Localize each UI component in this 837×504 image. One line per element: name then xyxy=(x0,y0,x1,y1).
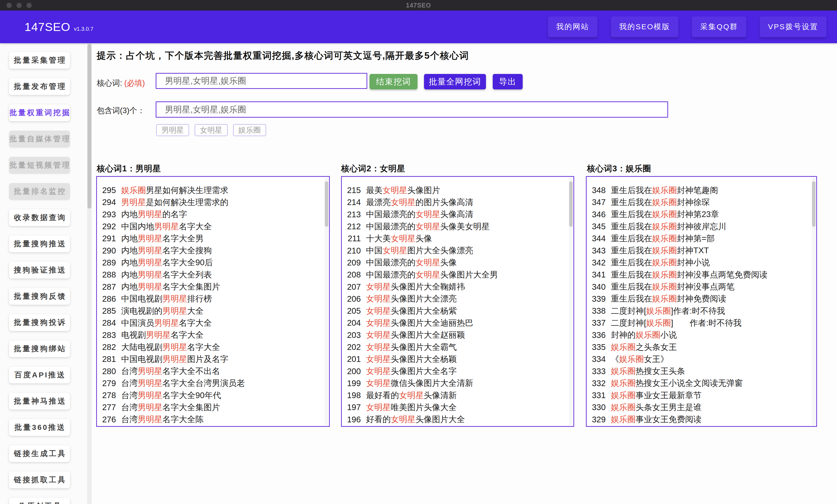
keyword-row[interactable]: 276台湾男明星名字大全陈 xyxy=(97,414,324,426)
header-nav-button[interactable]: VPS拨号设置 xyxy=(760,17,826,37)
window-minimize-icon[interactable] xyxy=(17,3,22,8)
list-scrollbar-thumb[interactable] xyxy=(812,181,816,227)
sidebar-scrollbar-thumb[interactable] xyxy=(87,44,91,209)
keyword-row[interactable]: 342重生后我在娱乐圈封神小说 xyxy=(587,257,811,269)
keyword-rank: 285 xyxy=(97,306,116,316)
keyword-row[interactable]: 292中国内地男明星名字大全 xyxy=(97,220,324,233)
keyword-row[interactable]: 337二度封神[娱乐圈] 作者:时不待我 xyxy=(587,317,811,329)
sidebar-item[interactable]: 批量发布管理 xyxy=(9,78,70,95)
keyword-row[interactable]: 293内地男明星的名字 xyxy=(97,209,324,220)
mine-all-web-button[interactable]: 批量全网挖词 xyxy=(424,74,486,89)
stop-mining-button[interactable]: 结束挖词 xyxy=(370,74,417,89)
sidebar-item[interactable]: 批量权重词挖掘 xyxy=(9,104,70,121)
keyword-row[interactable]: 287内地男明星名字大全集图片 xyxy=(97,281,324,293)
keyword-row[interactable]: 280台湾男明星名字大全不出名 xyxy=(97,365,324,377)
sidebar-item[interactable]: 批量搜狗绑站 xyxy=(9,340,70,357)
keyword-row[interactable]: 206女明星头像图片大全漂亮 xyxy=(342,293,568,305)
sidebar-item[interactable]: 伪原创工具 xyxy=(9,498,70,504)
sidebar-scrollbar[interactable] xyxy=(87,43,92,504)
keyword-row[interactable]: 331娱乐圈事业女王最新章节 xyxy=(587,389,811,401)
keyword-row[interactable]: 205女明星头像图片大全杨紫 xyxy=(342,305,568,317)
keyword-row[interactable]: 212中国最漂亮的女明星头像美女明星 xyxy=(342,220,568,233)
keyword-row[interactable]: 290内地男明星名字大全搜狗 xyxy=(97,245,324,256)
include-word-tag[interactable]: 男明星 xyxy=(156,124,189,136)
highlighted-core-word: 娱乐圈 xyxy=(611,378,636,388)
keyword-row[interactable]: 200女明星头像图片大全名字 xyxy=(342,365,568,377)
header-nav-button[interactable]: 采集QQ群 xyxy=(692,17,746,37)
sidebar-item[interactable]: 百度API推送 xyxy=(9,367,70,383)
keyword-row[interactable]: 281中国电视剧男明星图片及名字 xyxy=(97,353,324,365)
include-word-tag[interactable]: 女明星 xyxy=(195,124,228,136)
window-close-icon[interactable] xyxy=(6,3,12,8)
keyword-row[interactable]: 294男明星是如何解决生理需求的 xyxy=(97,196,324,208)
keyword-row[interactable]: 335娱乐圈之头条女王 xyxy=(587,341,811,353)
keyword-row[interactable]: 289内地男明星名字大全90后 xyxy=(97,257,324,269)
keyword-row[interactable]: 199女明星微信头像图片大全清新 xyxy=(342,377,568,389)
keyword-row[interactable]: 279台湾男明星名字大全台湾男演员老 xyxy=(97,377,324,389)
keyword-row[interactable]: 278台湾男明星名字大全90年代 xyxy=(97,389,324,401)
keyword-row[interactable]: 295娱乐圈男星如何解决生理需求 xyxy=(97,184,324,196)
keyword-row[interactable]: 282大陆电视剧男明星名字大全 xyxy=(97,341,324,353)
core-word-input[interactable] xyxy=(156,73,367,89)
keyword-row[interactable]: 343重生后我在娱乐圈封神TXT xyxy=(587,245,811,256)
keyword-row[interactable]: 341重生后我在娱乐圈封神没事点两笔免费阅读 xyxy=(587,269,811,281)
header-nav-button[interactable]: 我的网站 xyxy=(548,17,598,37)
keyword-row[interactable]: 345重生后我在娱乐圈封神彼岸忘川 xyxy=(587,220,811,233)
keyword-row[interactable]: 332娱乐圈热搜女王小说全文阅读无弹窗 xyxy=(587,377,811,389)
keyword-row[interactable]: 204女明星头像图片大全迪丽热巴 xyxy=(342,317,568,329)
keyword-row[interactable]: 203女明星头像图片大全赵丽颖 xyxy=(342,329,568,341)
keyword-row[interactable]: 213中国最漂亮的女明星头像高清 xyxy=(342,209,568,220)
sidebar-item[interactable]: 批量360推送 xyxy=(9,419,70,436)
sidebar-item[interactable]: 批量神马推送 xyxy=(9,393,70,410)
keyword-row[interactable]: 338二度封神[娱乐圈]作者:时不待我 xyxy=(587,305,811,317)
keyword-row[interactable]: 339重生后我在娱乐圈封神免费阅读 xyxy=(587,293,811,305)
keyword-row[interactable]: 198最好看的女明星头像清新 xyxy=(342,389,568,401)
keyword-row[interactable]: 211十大美女明星头像 xyxy=(342,233,568,245)
keyword-row[interactable]: 347重生后我在娱乐圈封神徐琛 xyxy=(587,196,811,208)
keyword-row[interactable]: 196好看的女明星头像图片大全 xyxy=(342,414,568,426)
keyword-row[interactable]: 285演电视剧的男明星大全 xyxy=(97,305,324,317)
sidebar-item[interactable]: 批量搜狗推送 xyxy=(9,235,70,252)
keyword-row[interactable]: 215最美女明星头像图片 xyxy=(342,184,568,196)
sidebar-item[interactable]: 链接生成工具 xyxy=(9,445,70,462)
keyword-row[interactable]: 201女明星头像图片大全杨颖 xyxy=(342,353,568,365)
keyword-row[interactable]: 207女明星头像图片大全鞠婧祎 xyxy=(342,281,568,293)
keyword-row[interactable]: 283电视剧男明星名字大全 xyxy=(97,329,324,341)
keyword-row[interactable]: 288内地男明星名字大全列表 xyxy=(97,269,324,281)
keyword-row[interactable]: 286中国电视剧男明星排行榜 xyxy=(97,293,324,305)
keyword-row[interactable]: 348重生后我在娱乐圈封神笔趣阁 xyxy=(587,184,811,196)
keyword-row[interactable]: 284中国演员男明星名字大全 xyxy=(97,317,324,329)
include-word-tag[interactable]: 娱乐圈 xyxy=(233,124,266,136)
sidebar-item[interactable]: 批量搜狗投诉 xyxy=(9,314,70,331)
keyword-rank: 339 xyxy=(587,294,606,304)
keyword-row[interactable]: 334《娱乐圈女王》 xyxy=(587,353,811,365)
keyword-row[interactable]: 202女明星头像图片大全霸气 xyxy=(342,341,568,353)
keyword-row[interactable]: 210中国女明星图片大全头像漂亮 xyxy=(342,245,568,256)
window-zoom-icon[interactable] xyxy=(26,3,32,8)
sidebar-item[interactable]: 链接抓取工具 xyxy=(9,471,70,488)
keyword-row[interactable]: 330娱乐圈头条女王男主是谁 xyxy=(587,401,811,413)
keyword-row[interactable]: 214最漂亮女明星的图片头像高清 xyxy=(342,196,568,208)
keyword-row[interactable]: 346重生后我在娱乐圈封神第23章 xyxy=(587,209,811,220)
keyword-row[interactable]: 340重生后我在娱乐圈封神没事点两笔 xyxy=(587,281,811,293)
keyword-row[interactable]: 277台湾男明星名字大全集图片 xyxy=(97,401,324,413)
include-words-input[interactable] xyxy=(156,102,668,118)
keyword-row[interactable]: 209中国最漂亮的女明星头像 xyxy=(342,257,568,269)
sidebar-item[interactable]: 批量搜狗反馈 xyxy=(9,288,70,305)
keyword-row[interactable]: 329娱乐圈事业女王免费阅读 xyxy=(587,414,811,426)
keyword-row[interactable]: 208中国最漂亮的女明星头像图片大全男 xyxy=(342,269,568,281)
keyword-row[interactable]: 291内地男明星名字大全男 xyxy=(97,233,324,245)
header-nav-button[interactable]: 我的SEO模版 xyxy=(611,17,678,37)
sidebar-item[interactable]: 批量采集管理 xyxy=(9,52,70,69)
export-button[interactable]: 导出 xyxy=(493,74,523,89)
keyword-row[interactable]: 344重生后我在娱乐圈封神第=部 xyxy=(587,233,811,245)
list-scrollbar-thumb[interactable] xyxy=(569,181,573,227)
keyword-row[interactable]: 333娱乐圈热搜女王头条 xyxy=(587,365,811,377)
sidebar-item[interactable]: 收录数据查询 xyxy=(9,209,70,226)
sidebar-item[interactable]: 搜狗验证推送 xyxy=(9,262,70,278)
keyword-row[interactable]: 197女明星唯美图片头像大全 xyxy=(342,401,568,413)
keyword-row[interactable]: 336封神的娱乐圈小说 xyxy=(587,329,811,341)
keyword-rank: 346 xyxy=(587,210,606,219)
highlighted-core-word: 女明星 xyxy=(366,366,391,376)
list-scrollbar-thumb[interactable] xyxy=(325,181,328,227)
